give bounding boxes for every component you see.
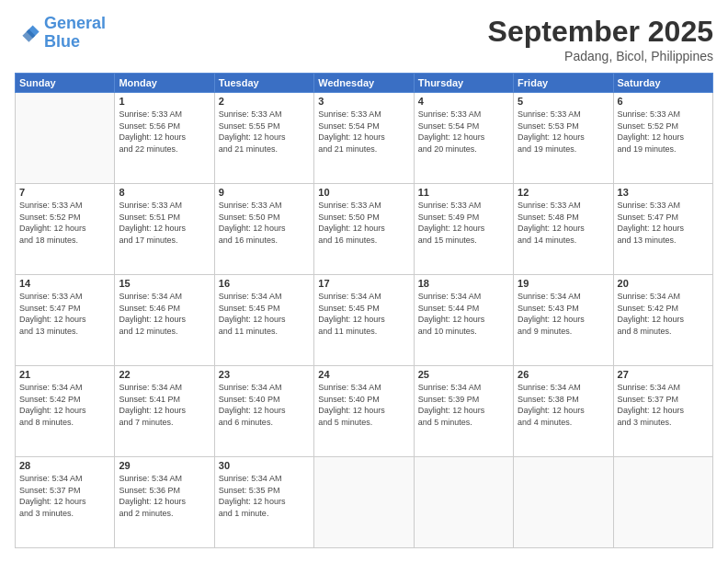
calendar-cell: 16Sunrise: 5:34 AM Sunset: 5:45 PM Dayli… xyxy=(214,275,313,366)
calendar-cell xyxy=(314,457,414,548)
day-info: Sunrise: 5:34 AM Sunset: 5:40 PM Dayligh… xyxy=(318,382,409,428)
calendar-cell xyxy=(613,457,712,548)
logo-icon xyxy=(15,20,40,46)
day-number: 4 xyxy=(418,96,509,107)
calendar-cell: 14Sunrise: 5:33 AM Sunset: 5:47 PM Dayli… xyxy=(16,275,115,366)
calendar-cell: 19Sunrise: 5:34 AM Sunset: 5:43 PM Dayli… xyxy=(514,275,613,366)
calendar-cell: 12Sunrise: 5:33 AM Sunset: 5:48 PM Dayli… xyxy=(514,184,613,275)
day-info: Sunrise: 5:34 AM Sunset: 5:38 PM Dayligh… xyxy=(518,382,609,428)
page: General Blue September 2025 Padang, Bico… xyxy=(0,0,728,563)
logo: General Blue xyxy=(15,15,106,52)
day-info: Sunrise: 5:34 AM Sunset: 5:39 PM Dayligh… xyxy=(418,382,509,428)
day-info: Sunrise: 5:33 AM Sunset: 5:56 PM Dayligh… xyxy=(119,109,210,155)
day-number: 1 xyxy=(119,96,210,107)
calendar-cell: 22Sunrise: 5:34 AM Sunset: 5:41 PM Dayli… xyxy=(115,366,214,457)
day-info: Sunrise: 5:33 AM Sunset: 5:53 PM Dayligh… xyxy=(518,109,609,155)
calendar-cell: 6Sunrise: 5:33 AM Sunset: 5:52 PM Daylig… xyxy=(613,93,712,184)
day-number: 19 xyxy=(518,278,609,289)
weekday-header-row: SundayMondayTuesdayWednesdayThursdayFrid… xyxy=(16,74,713,93)
day-info: Sunrise: 5:34 AM Sunset: 5:35 PM Dayligh… xyxy=(219,473,310,519)
day-number: 18 xyxy=(418,278,509,289)
week-row-3: 14Sunrise: 5:33 AM Sunset: 5:47 PM Dayli… xyxy=(16,275,713,366)
calendar-cell: 26Sunrise: 5:34 AM Sunset: 5:38 PM Dayli… xyxy=(514,366,613,457)
day-number: 20 xyxy=(618,278,709,289)
calendar-cell: 4Sunrise: 5:33 AM Sunset: 5:54 PM Daylig… xyxy=(414,93,513,184)
day-info: Sunrise: 5:33 AM Sunset: 5:49 PM Dayligh… xyxy=(418,200,509,246)
day-info: Sunrise: 5:34 AM Sunset: 5:40 PM Dayligh… xyxy=(219,382,310,428)
weekday-header-wednesday: Wednesday xyxy=(314,74,414,93)
week-row-4: 21Sunrise: 5:34 AM Sunset: 5:42 PM Dayli… xyxy=(16,366,713,457)
calendar-cell: 8Sunrise: 5:33 AM Sunset: 5:51 PM Daylig… xyxy=(115,184,214,275)
day-info: Sunrise: 5:34 AM Sunset: 5:41 PM Dayligh… xyxy=(119,382,210,428)
calendar-cell: 3Sunrise: 5:33 AM Sunset: 5:54 PM Daylig… xyxy=(314,93,414,184)
day-number: 30 xyxy=(219,460,310,471)
day-number: 6 xyxy=(618,96,709,107)
calendar-cell: 13Sunrise: 5:33 AM Sunset: 5:47 PM Dayli… xyxy=(613,184,712,275)
day-info: Sunrise: 5:33 AM Sunset: 5:52 PM Dayligh… xyxy=(19,200,110,246)
day-info: Sunrise: 5:33 AM Sunset: 5:50 PM Dayligh… xyxy=(219,200,310,246)
calendar-cell: 30Sunrise: 5:34 AM Sunset: 5:35 PM Dayli… xyxy=(214,457,313,548)
logo-blue: Blue xyxy=(44,32,80,51)
day-info: Sunrise: 5:33 AM Sunset: 5:50 PM Dayligh… xyxy=(318,200,409,246)
day-number: 24 xyxy=(318,369,409,380)
calendar-cell: 17Sunrise: 5:34 AM Sunset: 5:45 PM Dayli… xyxy=(314,275,414,366)
calendar-cell: 27Sunrise: 5:34 AM Sunset: 5:37 PM Dayli… xyxy=(613,366,712,457)
day-number: 3 xyxy=(318,96,409,107)
day-info: Sunrise: 5:34 AM Sunset: 5:42 PM Dayligh… xyxy=(618,291,709,337)
day-info: Sunrise: 5:34 AM Sunset: 5:45 PM Dayligh… xyxy=(219,291,310,337)
calendar-cell: 10Sunrise: 5:33 AM Sunset: 5:50 PM Dayli… xyxy=(314,184,414,275)
day-info: Sunrise: 5:33 AM Sunset: 5:54 PM Dayligh… xyxy=(318,109,409,155)
day-number: 28 xyxy=(19,460,110,471)
calendar-cell xyxy=(414,457,513,548)
day-info: Sunrise: 5:33 AM Sunset: 5:55 PM Dayligh… xyxy=(219,109,310,155)
day-number: 5 xyxy=(518,96,609,107)
calendar-cell: 2Sunrise: 5:33 AM Sunset: 5:55 PM Daylig… xyxy=(214,93,313,184)
day-number: 21 xyxy=(19,369,110,380)
day-number: 10 xyxy=(318,187,409,198)
day-number: 13 xyxy=(618,187,709,198)
week-row-1: 1Sunrise: 5:33 AM Sunset: 5:56 PM Daylig… xyxy=(16,93,713,184)
weekday-header-tuesday: Tuesday xyxy=(214,74,313,93)
calendar-cell: 28Sunrise: 5:34 AM Sunset: 5:37 PM Dayli… xyxy=(16,457,115,548)
day-number: 16 xyxy=(219,278,310,289)
week-row-5: 28Sunrise: 5:34 AM Sunset: 5:37 PM Dayli… xyxy=(16,457,713,548)
day-number: 11 xyxy=(418,187,509,198)
week-row-2: 7Sunrise: 5:33 AM Sunset: 5:52 PM Daylig… xyxy=(16,184,713,275)
day-number: 27 xyxy=(618,369,709,380)
location: Padang, Bicol, Philippines xyxy=(488,49,713,63)
day-number: 29 xyxy=(119,460,210,471)
header: General Blue September 2025 Padang, Bico… xyxy=(15,15,713,63)
day-info: Sunrise: 5:34 AM Sunset: 5:45 PM Dayligh… xyxy=(318,291,409,337)
calendar-table: SundayMondayTuesdayWednesdayThursdayFrid… xyxy=(15,73,713,548)
day-number: 8 xyxy=(119,187,210,198)
day-number: 26 xyxy=(518,369,609,380)
day-info: Sunrise: 5:34 AM Sunset: 5:42 PM Dayligh… xyxy=(19,382,110,428)
calendar-cell: 20Sunrise: 5:34 AM Sunset: 5:42 PM Dayli… xyxy=(613,275,712,366)
calendar-cell: 1Sunrise: 5:33 AM Sunset: 5:56 PM Daylig… xyxy=(115,93,214,184)
day-number: 23 xyxy=(219,369,310,380)
calendar-cell: 5Sunrise: 5:33 AM Sunset: 5:53 PM Daylig… xyxy=(514,93,613,184)
calendar-cell: 24Sunrise: 5:34 AM Sunset: 5:40 PM Dayli… xyxy=(314,366,414,457)
title-block: September 2025 Padang, Bicol, Philippine… xyxy=(488,15,713,63)
weekday-header-saturday: Saturday xyxy=(613,74,712,93)
calendar-cell: 29Sunrise: 5:34 AM Sunset: 5:36 PM Dayli… xyxy=(115,457,214,548)
day-info: Sunrise: 5:34 AM Sunset: 5:43 PM Dayligh… xyxy=(518,291,609,337)
calendar-cell: 11Sunrise: 5:33 AM Sunset: 5:49 PM Dayli… xyxy=(414,184,513,275)
day-number: 25 xyxy=(418,369,509,380)
day-info: Sunrise: 5:33 AM Sunset: 5:51 PM Dayligh… xyxy=(119,200,210,246)
day-info: Sunrise: 5:33 AM Sunset: 5:54 PM Dayligh… xyxy=(418,109,509,155)
day-info: Sunrise: 5:34 AM Sunset: 5:44 PM Dayligh… xyxy=(418,291,509,337)
month-title: September 2025 xyxy=(488,15,713,49)
day-info: Sunrise: 5:34 AM Sunset: 5:37 PM Dayligh… xyxy=(19,473,110,519)
calendar-cell: 21Sunrise: 5:34 AM Sunset: 5:42 PM Dayli… xyxy=(16,366,115,457)
day-number: 15 xyxy=(119,278,210,289)
day-info: Sunrise: 5:34 AM Sunset: 5:36 PM Dayligh… xyxy=(119,473,210,519)
logo-general: General xyxy=(44,14,106,32)
day-info: Sunrise: 5:33 AM Sunset: 5:52 PM Dayligh… xyxy=(618,109,709,155)
calendar-cell xyxy=(16,93,115,184)
day-number: 14 xyxy=(19,278,110,289)
weekday-header-friday: Friday xyxy=(514,74,613,93)
calendar-cell: 23Sunrise: 5:34 AM Sunset: 5:40 PM Dayli… xyxy=(214,366,313,457)
calendar-cell: 18Sunrise: 5:34 AM Sunset: 5:44 PM Dayli… xyxy=(414,275,513,366)
day-number: 9 xyxy=(219,187,310,198)
